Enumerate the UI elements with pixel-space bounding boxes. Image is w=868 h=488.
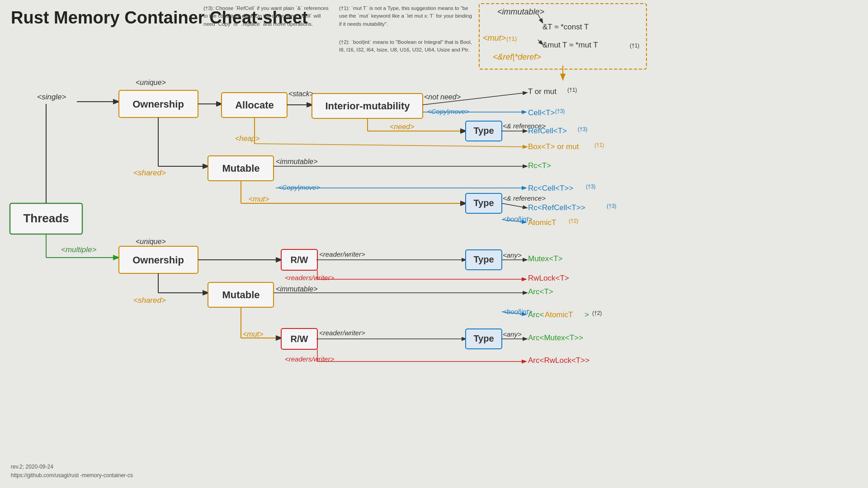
svg-text:<immutable>: <immutable>	[497, 7, 544, 16]
diagram-svg: <immutable> &T ≈ *const T <mut> (†1) &mu…	[0, 0, 868, 488]
svg-text:<shared>: <shared>	[133, 169, 166, 177]
svg-text:(†2): (†2)	[569, 218, 578, 224]
svg-text:<need>: <need>	[390, 123, 414, 131]
svg-text:Allocate: Allocate	[235, 99, 274, 111]
svg-text:<& reference>: <& reference>	[503, 194, 546, 202]
svg-text:>: >	[585, 310, 589, 319]
svg-text:<mut>: <mut>	[249, 195, 269, 203]
svg-text:<not need>: <not need>	[424, 93, 461, 101]
svg-text:(†2): (†2)	[592, 310, 602, 316]
svg-text:Mutex<T>: Mutex<T>	[528, 254, 563, 263]
svg-text:RwLock<T>: RwLock<T>	[528, 274, 569, 282]
svg-text:<shared>: <shared>	[133, 296, 166, 305]
svg-text:Box<T> or mut: Box<T> or mut	[528, 142, 579, 151]
svg-text:<unique>: <unique>	[136, 79, 166, 86]
svg-line-8	[538, 40, 542, 44]
svg-text:&mut T ≈ *mut T: &mut T ≈ *mut T	[542, 41, 598, 49]
svg-text:Rc<RefCell<T>>: Rc<RefCell<T>>	[528, 203, 585, 212]
footer: rev.2; 2020-09-24 https://github.com/usa…	[11, 463, 133, 480]
svg-text:Ownership: Ownership	[132, 99, 184, 110]
svg-text:Rc<Cell<T>>: Rc<Cell<T>>	[528, 184, 573, 192]
footer-line1: rev.2; 2020-09-24	[11, 463, 133, 471]
svg-text:(†1): (†1)	[594, 142, 604, 148]
svg-text:Mutable: Mutable	[222, 163, 259, 174]
svg-text:(†3): (†3)	[607, 203, 616, 209]
svg-text:AtomicT: AtomicT	[528, 218, 556, 227]
svg-text:(†1): (†1)	[630, 42, 639, 49]
svg-text:<multiple>: <multiple>	[61, 245, 97, 254]
svg-text:<unique>: <unique>	[136, 238, 166, 245]
svg-text:Interior-mutability: Interior-mutability	[325, 100, 410, 112]
svg-text:<any>: <any>	[503, 330, 522, 338]
svg-text:RefCell<T>: RefCell<T>	[528, 127, 567, 135]
footer-line2: https://github.com/usagi/rust -memory-co…	[11, 471, 133, 480]
svg-text:(†3): (†3)	[586, 183, 595, 190]
svg-text:Type: Type	[473, 126, 494, 136]
svg-text:R/W: R/W	[291, 334, 308, 344]
svg-text:(†3): (†3)	[555, 108, 565, 114]
svg-text:&T ≈ *const T: &T ≈ *const T	[542, 23, 589, 31]
svg-text:<mut>: <mut>	[243, 330, 263, 338]
svg-text:<Copy|move>: <Copy|move>	[427, 108, 469, 115]
svg-text:Mutable: Mutable	[222, 289, 259, 300]
svg-text:T or mut: T or mut	[528, 87, 557, 96]
svg-text:Arc<Mutex<T>>: Arc<Mutex<T>>	[528, 333, 583, 342]
svg-text:<mut>: <mut>	[483, 33, 506, 42]
svg-text:Threads: Threads	[23, 211, 69, 225]
svg-text:<reader/writer>: <reader/writer>	[319, 329, 365, 337]
svg-text:AtomicT: AtomicT	[545, 310, 573, 319]
svg-text:Type: Type	[473, 254, 494, 264]
svg-text:<any>: <any>	[503, 251, 522, 259]
svg-text:Cell<T>: Cell<T>	[528, 108, 555, 117]
svg-text:<stack>: <stack>	[288, 90, 314, 98]
svg-text:Type: Type	[473, 333, 494, 343]
svg-text:<Copy|move>: <Copy|move>	[278, 183, 320, 191]
svg-text:R/W: R/W	[291, 255, 308, 265]
svg-text:<single>: <single>	[37, 93, 66, 101]
svg-text:<&ref|*deref>: <&ref|*deref>	[493, 52, 541, 61]
svg-text:(†1): (†1)	[506, 35, 517, 42]
svg-text:<immutable>: <immutable>	[276, 285, 318, 293]
svg-text:(†3): (†3)	[578, 126, 587, 132]
svg-text:Ownership: Ownership	[132, 254, 184, 266]
svg-text:<readers/writer>: <readers/writer>	[285, 274, 334, 282]
svg-text:Arc<RwLock<T>>: Arc<RwLock<T>>	[528, 356, 590, 365]
svg-text:<reader/writer>: <reader/writer>	[319, 250, 365, 258]
svg-text:(†1): (†1)	[567, 87, 577, 93]
svg-text:Arc<T>: Arc<T>	[528, 287, 553, 296]
svg-line-68	[502, 203, 527, 208]
svg-line-46	[255, 144, 527, 147]
svg-text:Type: Type	[473, 198, 494, 208]
svg-text:Arc<: Arc<	[528, 310, 544, 319]
svg-text:<immutable>: <immutable>	[276, 158, 318, 165]
svg-text:Rc<T>: Rc<T>	[528, 161, 551, 170]
svg-text:<heap>: <heap>	[235, 135, 259, 142]
